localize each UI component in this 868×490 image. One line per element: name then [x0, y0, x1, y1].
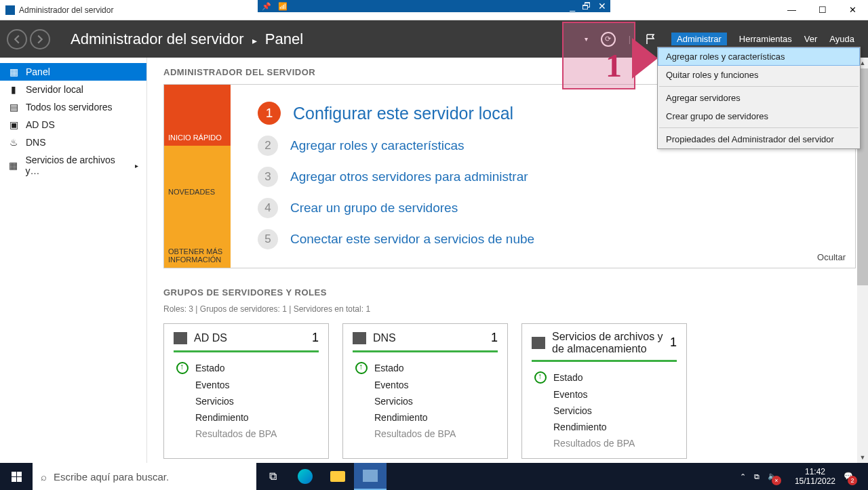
tile-row-bpa[interactable]: Resultados de BPA	[353, 426, 498, 442]
menu-ayuda[interactable]: Ayuda	[829, 34, 854, 44]
vm-connection-bar: 📌 📶 _ 🗗 ✕	[258, 0, 610, 12]
sidebar-item-dns[interactable]: ♨ DNS	[0, 134, 146, 151]
tile-row-estado[interactable]: Estado	[532, 369, 677, 386]
taskbar-edge[interactable]	[289, 463, 321, 490]
taskbar-server-manager[interactable]	[354, 463, 387, 490]
tray-volume-badge: ×	[772, 476, 781, 485]
tile-count: 1	[312, 331, 319, 345]
tray-clock[interactable]: 11:42 15/11/2022	[795, 467, 835, 487]
welcome-tab-learnmore[interactable]: OBTENER MÁS INFORMACIÓN	[164, 200, 231, 268]
dropdown-separator	[659, 86, 859, 87]
step-label: Conectar este servidor a servicios de nu…	[290, 232, 534, 247]
minimize-button[interactable]: —	[776, 0, 807, 20]
tile-row-eventos[interactable]: Eventos	[532, 386, 677, 403]
role-icon	[174, 332, 187, 344]
step-number: 4	[258, 198, 278, 218]
menu-ver[interactable]: Ver	[804, 34, 818, 44]
status-up-icon	[355, 362, 368, 374]
step-label: Agregar roles y características	[290, 138, 465, 153]
sidebar-item-label: Servidor local	[26, 84, 83, 95]
tile-row-rendimiento[interactable]: Rendimiento	[532, 419, 677, 435]
sidebar-item-panel[interactable]: ▦ Panel	[0, 63, 146, 81]
breadcrumb-current: Panel	[265, 30, 303, 47]
action-center-badge: 2	[848, 476, 857, 485]
tray-network-icon[interactable]: ⧉	[754, 472, 760, 481]
welcome-tab-quickstart[interactable]: INICIO RÁPIDO	[164, 85, 231, 146]
sidebar-item-label: DNS	[26, 137, 46, 148]
tray-time: 11:42	[795, 467, 835, 476]
administrar-dropdown: Agregar roles y características Quitar r…	[657, 47, 861, 149]
step-number: 3	[258, 167, 278, 187]
taskbar: ⌕ Escribe aquí para buscar. ⧉ ⌃ ⧉ 🔈 × 11…	[0, 463, 868, 490]
sidebar-item-file-services[interactable]: ▦ Servicios de archivos y… ▸	[0, 151, 146, 180]
breadcrumb-separator: ▸	[252, 35, 257, 46]
task-view-button[interactable]: ⧉	[256, 463, 289, 490]
vm-minimize-button[interactable]: _	[570, 1, 575, 12]
scroll-down-button[interactable]: ▼	[857, 452, 868, 463]
tile-row-eventos[interactable]: Eventos	[174, 377, 319, 393]
sidebar-item-label: AD DS	[26, 119, 55, 130]
tile-row-servicios[interactable]: Servicios	[353, 393, 498, 409]
start-button[interactable]	[0, 463, 33, 490]
search-placeholder: Escribe aquí para buscar.	[54, 471, 169, 483]
sidebar-item-adds[interactable]: ▣ AD DS	[0, 116, 146, 134]
maximize-button[interactable]: ☐	[807, 0, 837, 20]
tile-title: AD DS	[194, 332, 305, 344]
tile-row-servicios[interactable]: Servicios	[532, 403, 677, 419]
step-connect-cloud[interactable]: 5 Conectar este servidor a servicios de …	[258, 229, 842, 249]
dropdown-create-group[interactable]: Crear grupo de servidores	[658, 107, 860, 125]
tile-row-servicios[interactable]: Servicios	[174, 393, 319, 409]
server-icon: ▮	[8, 84, 19, 95]
tray-date: 15/11/2022	[795, 476, 835, 486]
menu-administrar[interactable]: Administrar	[671, 33, 727, 45]
nav-forward-button[interactable]	[30, 29, 50, 49]
step-label: Crear un grupo de servidores	[290, 201, 458, 216]
step-add-servers[interactable]: 3 Agregar otros servidores para administ…	[258, 167, 842, 187]
dropdown-remove-roles[interactable]: Quitar roles y funciones	[658, 66, 860, 84]
search-icon: ⌕	[41, 471, 47, 483]
taskbar-explorer[interactable]	[321, 463, 354, 490]
tray-overflow-button[interactable]: ⌃	[740, 472, 746, 481]
pin-icon[interactable]: 📌	[262, 2, 271, 11]
tile-row-rendimiento[interactable]: Rendimiento	[353, 409, 498, 426]
role-tile-adds[interactable]: AD DS 1 Estado Eventos Servicios Rendimi…	[163, 323, 329, 459]
menu-herramientas[interactable]: Herramientas	[739, 34, 792, 44]
nav-back-button[interactable]	[7, 29, 27, 49]
tile-row-bpa[interactable]: Resultados de BPA	[174, 426, 319, 442]
role-tile-dns[interactable]: DNS 1 Estado Eventos Servicios Rendimien…	[342, 323, 508, 459]
sidebar-item-label: Todos los servidores	[26, 102, 113, 113]
dropdown-properties[interactable]: Propiedades del Administrador del servid…	[658, 130, 860, 148]
vm-maximize-button[interactable]: 🗗	[582, 1, 591, 12]
step-number: 2	[258, 136, 278, 156]
tile-title: DNS	[373, 332, 484, 344]
tile-title: Servicios de archivos y de almacenamient…	[552, 331, 663, 354]
role-icon	[353, 332, 366, 344]
tile-row-rendimiento[interactable]: Rendimiento	[174, 409, 319, 426]
tile-row-estado[interactable]: Estado	[353, 359, 498, 377]
adds-icon: ▣	[8, 119, 19, 130]
sidebar-item-local-server[interactable]: ▮ Servidor local	[0, 81, 146, 98]
role-tile-file-storage[interactable]: Servicios de archivos y de almacenamient…	[521, 323, 687, 459]
dropdown-add-roles[interactable]: Agregar roles y características	[658, 47, 860, 66]
step-create-group[interactable]: 4 Crear un grupo de servidores	[258, 198, 842, 218]
tile-row-bpa[interactable]: Resultados de BPA	[532, 435, 677, 451]
sidebar-item-all-servers[interactable]: ▤ Todos los servidores	[0, 98, 146, 116]
tile-row-estado[interactable]: Estado	[174, 359, 319, 377]
signal-icon: 📶	[278, 2, 288, 11]
hide-link[interactable]: Ocultar	[817, 252, 846, 262]
welcome-tab-news[interactable]: NOVEDADES	[164, 146, 231, 200]
close-button[interactable]: ✕	[837, 0, 868, 20]
annotation-callout: 1	[562, 22, 635, 89]
sidebar: ▦ Panel ▮ Servidor local ▤ Todos los ser…	[0, 58, 147, 463]
breadcrumb-root[interactable]: Administrador del servidor	[71, 30, 244, 47]
status-up-icon	[534, 371, 547, 384]
servers-icon: ▤	[8, 102, 19, 113]
groups-subtitle: Roles: 3 | Grupos de servidores: 1 | Ser…	[163, 304, 856, 314]
tile-row-eventos[interactable]: Eventos	[353, 377, 498, 393]
dropdown-add-servers[interactable]: Agregar servidores	[658, 89, 860, 107]
taskbar-search[interactable]: ⌕ Escribe aquí para buscar.	[33, 463, 256, 490]
sidebar-item-label: Panel	[26, 66, 50, 77]
vm-close-button[interactable]: ✕	[598, 1, 606, 12]
sidebar-item-label: Servicios de archivos y…	[25, 155, 128, 176]
role-tiles-row: AD DS 1 Estado Eventos Servicios Rendimi…	[163, 323, 856, 459]
